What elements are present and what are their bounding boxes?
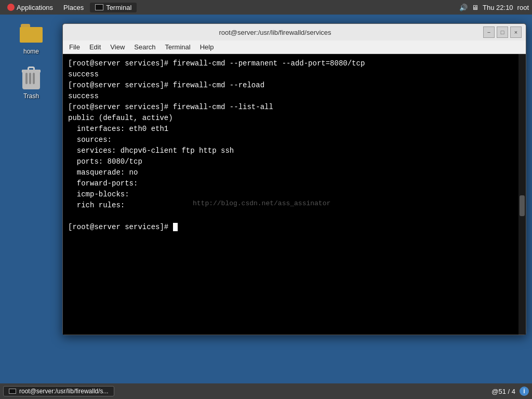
terminal-line-11: masquerade: no	[68, 167, 521, 178]
terminal-scrollbar[interactable]	[518, 54, 526, 335]
menu-help[interactable]: Help	[196, 42, 218, 52]
terminal-menubar: File Edit View Search Terminal Help	[63, 41, 526, 54]
terminal-line-10: ports: 8080/tcp	[68, 156, 521, 167]
volume-icon[interactable]: 🔊	[459, 4, 468, 11]
terminal-line-6: public (default, active)	[68, 113, 521, 124]
minimize-button[interactable]: −	[483, 26, 495, 38]
taskbar-top: Applications Places Terminal 🔊 🖥 Thu 22:…	[0, 0, 532, 15]
terminal-content[interactable]: [root@server services]# firewall-cmd --p…	[63, 54, 526, 335]
taskbar-bottom-left: root@server:/usr/lib/firewalld/s...	[3, 386, 114, 396]
taskbar-bottom: root@server:/usr/lib/firewalld/s... @51 …	[0, 383, 532, 399]
trash-shape	[22, 66, 41, 89]
menu-search[interactable]: Search	[130, 42, 159, 52]
home-icon-label: home	[23, 48, 39, 55]
terminal-taskbar-label: Terminal	[106, 4, 131, 11]
terminal-line-4: success	[68, 91, 521, 102]
info-icon[interactable]: i	[520, 387, 529, 396]
window-controls: − □ ×	[483, 26, 522, 38]
trash-icon-img	[19, 65, 44, 90]
taskbar-window-icon	[9, 389, 16, 394]
terminal-line-12: forward-ports:	[68, 178, 521, 189]
applications-label: Applications	[17, 4, 53, 11]
applications-icon	[7, 4, 15, 11]
datetime-label: Thu 22:10	[483, 4, 513, 11]
applications-button[interactable]: Applications	[3, 3, 57, 12]
terminal-line-13: icmp-blocks:	[68, 189, 521, 200]
terminal-line-3: [root@server services]# firewall-cmd --r…	[68, 80, 521, 91]
home-folder-shape	[20, 24, 43, 43]
menu-file[interactable]: File	[65, 42, 84, 52]
terminal-line-16: [root@server services]#	[68, 222, 521, 233]
terminal-line-9: services: dhcpv6-client ftp http ssh	[68, 145, 521, 156]
terminal-taskbar-icon	[95, 4, 103, 10]
taskbar-top-right: 🔊 🖥 Thu 22:10 root	[459, 4, 529, 11]
menu-view[interactable]: View	[106, 42, 129, 52]
terminal-line-2: success	[68, 69, 521, 80]
trash-body	[22, 70, 40, 89]
places-label: Places	[63, 4, 84, 11]
terminal-line-8: sources:	[68, 135, 521, 145]
desktop-icons: home Trash	[10, 21, 52, 100]
terminal-cursor	[173, 223, 178, 231]
page-info-label: @51 / 4	[491, 388, 515, 395]
terminal-taskbar-button[interactable]: Terminal	[90, 3, 137, 12]
terminal-line-1: [root@server services]# firewall-cmd --p…	[68, 58, 521, 69]
username-label: root	[517, 4, 529, 11]
terminal-line-5: [root@server services]# firewall-cmd --l…	[68, 102, 521, 113]
taskbar-top-left: Applications Places Terminal	[3, 3, 137, 12]
terminal-titlebar: root@server:/usr/lib/firewalld/services …	[63, 24, 526, 41]
terminal-line-7: interfaces: eth0 eth1	[68, 124, 521, 135]
maximize-button[interactable]: □	[497, 26, 508, 38]
home-folder-img	[19, 21, 44, 46]
places-button[interactable]: Places	[59, 3, 88, 12]
trash-icon-label: Trash	[23, 92, 39, 100]
terminal-title: root@server:/usr/lib/firewalld/services	[67, 29, 483, 36]
display-icon[interactable]: 🖥	[472, 4, 478, 11]
folder-body	[20, 27, 43, 43]
menu-edit[interactable]: Edit	[85, 42, 105, 52]
taskbar-window-button[interactable]: root@server:/usr/lib/firewalld/s...	[3, 386, 114, 396]
home-icon[interactable]: home	[10, 21, 52, 55]
close-button[interactable]: ×	[510, 26, 522, 38]
terminal-line-15	[68, 211, 521, 222]
terminal-window: root@server:/usr/lib/firewalld/services …	[62, 23, 526, 335]
scrollbar-thumb[interactable]	[520, 195, 525, 216]
menu-terminal[interactable]: Terminal	[161, 42, 195, 52]
taskbar-window-label: root@server:/usr/lib/firewalld/s...	[19, 388, 109, 395]
taskbar-bottom-right: @51 / 4 i	[491, 387, 529, 396]
watermark-text: http://blog.csdn.net/ass_assinator	[193, 200, 330, 207]
trash-icon[interactable]: Trash	[10, 65, 52, 100]
